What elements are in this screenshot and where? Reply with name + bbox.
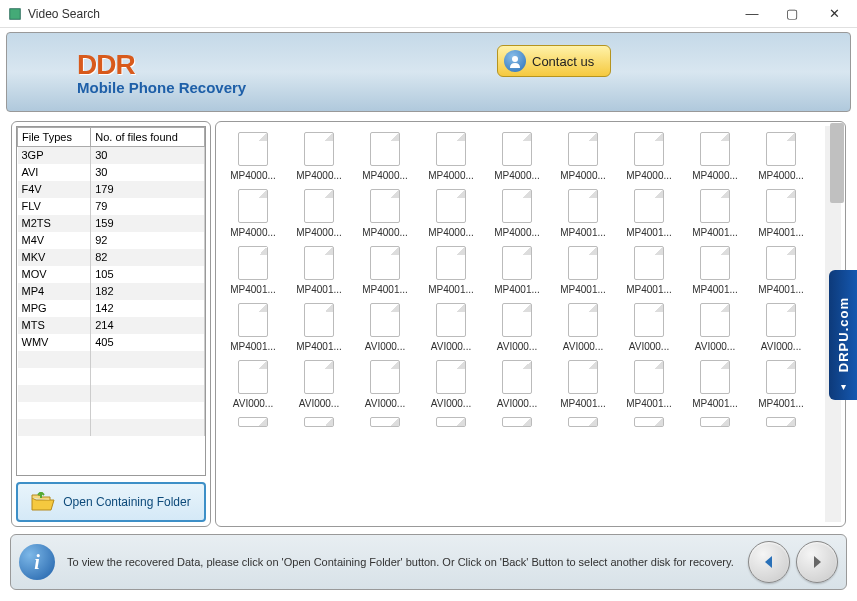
file-grid[interactable]: MP4000...MP4000...MP4000...MP4000...MP40… (220, 126, 841, 522)
file-icon (766, 246, 796, 280)
table-row[interactable]: MP4182 (18, 283, 205, 300)
file-item[interactable]: MP4000... (353, 126, 417, 183)
col-header-type[interactable]: File Types (18, 128, 91, 147)
file-count-cell: 142 (91, 300, 205, 317)
file-item[interactable]: AVI000... (419, 297, 483, 354)
file-types-table[interactable]: File Types No. of files found 3GP30AVI30… (16, 126, 206, 476)
file-item[interactable]: MP4000... (749, 126, 813, 183)
file-icon (700, 417, 730, 427)
file-item[interactable] (353, 411, 417, 433)
file-icon (568, 417, 598, 427)
chevron-icon: ▾ (841, 381, 846, 392)
open-folder-label: Open Containing Folder (63, 495, 190, 509)
file-label: MP4000... (223, 170, 283, 181)
close-button[interactable]: ✕ (812, 0, 857, 28)
file-item[interactable] (749, 411, 813, 433)
file-item[interactable]: AVI000... (485, 297, 549, 354)
file-item[interactable]: AVI000... (419, 354, 483, 411)
file-label: MP4001... (553, 284, 613, 295)
file-item[interactable] (617, 411, 681, 433)
file-item[interactable]: MP4000... (353, 183, 417, 240)
file-item[interactable]: MP4001... (287, 297, 351, 354)
file-type-cell: MTS (18, 317, 91, 334)
file-item[interactable]: MP4000... (683, 126, 747, 183)
table-row[interactable]: M2TS159 (18, 215, 205, 232)
file-item[interactable]: AVI000... (485, 354, 549, 411)
file-item[interactable]: AVI000... (683, 297, 747, 354)
file-item[interactable] (485, 411, 549, 433)
table-row[interactable]: AVI30 (18, 164, 205, 181)
file-item[interactable]: MP4000... (419, 183, 483, 240)
file-item[interactable]: MP4000... (221, 183, 285, 240)
table-row[interactable]: F4V179 (18, 181, 205, 198)
file-item[interactable]: MP4001... (551, 183, 615, 240)
file-item[interactable]: MP4000... (551, 126, 615, 183)
file-item[interactable]: MP4001... (683, 354, 747, 411)
file-item[interactable]: MP4000... (221, 126, 285, 183)
file-label: MP4001... (289, 284, 349, 295)
file-item[interactable] (221, 411, 285, 433)
file-item[interactable] (683, 411, 747, 433)
file-item[interactable]: AVI000... (287, 354, 351, 411)
file-item[interactable]: MP4001... (353, 240, 417, 297)
file-item[interactable]: AVI000... (353, 354, 417, 411)
file-icon (502, 417, 532, 427)
table-row[interactable]: MTS214 (18, 317, 205, 334)
file-item[interactable]: AVI000... (749, 297, 813, 354)
file-item[interactable]: MP4000... (485, 126, 549, 183)
file-item[interactable]: MP4001... (617, 183, 681, 240)
file-item[interactable]: MP4000... (419, 126, 483, 183)
table-row[interactable]: FLV79 (18, 198, 205, 215)
file-item[interactable]: MP4001... (683, 240, 747, 297)
table-row[interactable]: M4V92 (18, 232, 205, 249)
file-item[interactable]: AVI000... (551, 297, 615, 354)
file-item[interactable]: AVI000... (617, 297, 681, 354)
file-item[interactable]: MP4001... (551, 240, 615, 297)
file-item[interactable]: AVI000... (221, 354, 285, 411)
file-item[interactable]: MP4000... (287, 183, 351, 240)
table-row[interactable]: MKV82 (18, 249, 205, 266)
file-item[interactable] (551, 411, 615, 433)
file-item[interactable]: MP4000... (617, 126, 681, 183)
file-item[interactable]: MP4001... (221, 240, 285, 297)
file-item[interactable]: MP4001... (749, 354, 813, 411)
file-icon (766, 189, 796, 223)
file-item[interactable]: MP4001... (485, 240, 549, 297)
table-row[interactable]: WMV405 (18, 334, 205, 351)
file-item[interactable] (419, 411, 483, 433)
file-item[interactable]: MP4000... (287, 126, 351, 183)
table-row[interactable]: MOV105 (18, 266, 205, 283)
back-button[interactable] (748, 541, 790, 583)
file-icon (238, 360, 268, 394)
col-header-count[interactable]: No. of files found (91, 128, 205, 147)
maximize-button[interactable]: ▢ (772, 0, 812, 28)
contact-us-button[interactable]: Contact us (497, 45, 611, 77)
file-item[interactable]: MP4001... (551, 354, 615, 411)
file-icon (700, 246, 730, 280)
minimize-button[interactable]: — (732, 0, 772, 28)
file-item[interactable] (287, 411, 351, 433)
file-item[interactable]: MP4001... (749, 240, 813, 297)
scrollbar-thumb[interactable] (830, 123, 844, 203)
file-type-cell: MP4 (18, 283, 91, 300)
file-item[interactable]: MP4001... (221, 297, 285, 354)
titlebar: Video Search — ▢ ✕ (0, 0, 857, 28)
drpu-side-tab[interactable]: DRPU.com ▾ (829, 270, 857, 400)
file-icon (502, 360, 532, 394)
open-containing-folder-button[interactable]: Open Containing Folder (16, 482, 206, 522)
file-item[interactable]: MP4001... (287, 240, 351, 297)
table-row[interactable]: 3GP30 (18, 147, 205, 164)
file-item[interactable]: AVI000... (353, 297, 417, 354)
file-item[interactable]: MP4001... (749, 183, 813, 240)
file-item[interactable]: MP4001... (617, 240, 681, 297)
table-row[interactable]: MPG142 (18, 300, 205, 317)
file-item[interactable]: MP4000... (485, 183, 549, 240)
side-tab-label: DRPU.com (836, 297, 851, 372)
next-button[interactable] (796, 541, 838, 583)
contact-label: Contact us (532, 54, 594, 69)
file-item[interactable]: MP4001... (419, 240, 483, 297)
file-label: MP4000... (223, 227, 283, 238)
file-item[interactable]: MP4001... (683, 183, 747, 240)
file-type-cell: M4V (18, 232, 91, 249)
file-item[interactable]: MP4001... (617, 354, 681, 411)
